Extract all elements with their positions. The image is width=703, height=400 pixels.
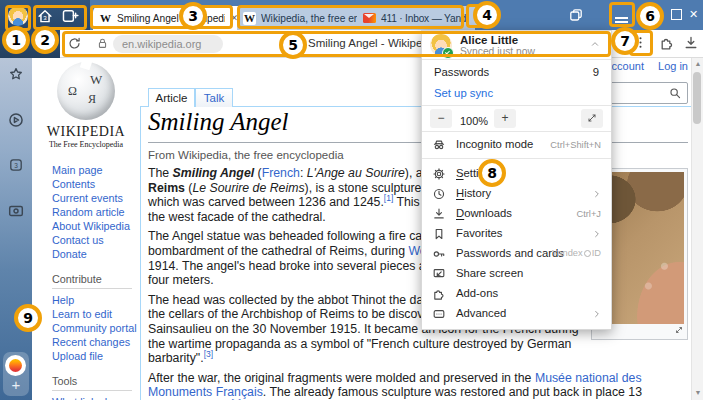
video-play-icon[interactable] (7, 111, 25, 129)
menu-item-advanced[interactable]: Advanced (422, 304, 611, 324)
tab-title: Wikipedia, the free encyclopedia (261, 13, 362, 24)
wiki-top-link[interactable]: Log in (658, 60, 688, 72)
sidebar-link[interactable]: Contents (52, 177, 138, 191)
enlarge-icon[interactable] (674, 325, 684, 335)
yandex-service-icon[interactable] (5, 355, 26, 376)
titlebar-divider (86, 9, 87, 22)
maximize-button[interactable] (671, 9, 682, 20)
profile-avatar[interactable] (8, 6, 28, 26)
wiki-link[interactable]: French (262, 166, 300, 180)
extensions-puzzle-icon[interactable] (659, 35, 675, 51)
annotation-badge-9: 9 (14, 304, 42, 332)
scroll-down-icon[interactable]: ▼ (693, 389, 703, 396)
passwords-label: Passwords (434, 62, 489, 82)
tab-groups-icon[interactable] (568, 7, 584, 23)
sidebar-link[interactable]: Community portal (52, 321, 138, 335)
yandex-id-logo: YandexID (552, 248, 601, 258)
tab-title: 411 · Inbox — Yandex Mail (381, 13, 469, 24)
menu-item-add-ons[interactable]: Add-ons (422, 284, 611, 304)
wikipedia-favicon-icon: W (243, 12, 256, 25)
toolbar-divider (652, 37, 653, 51)
add-service-button[interactable]: + (5, 376, 27, 394)
menu-item-incognito[interactable]: Incognito mode Ctrl+Shift+N (422, 135, 611, 155)
tabs-count-icon[interactable]: 3 (8, 157, 24, 173)
tab-yandex-mail[interactable]: 411 · Inbox — Yandex Mail (357, 6, 475, 30)
sidebar-link[interactable]: What links here (52, 395, 138, 400)
profile-row[interactable]: Alice Little Synced just now (422, 31, 611, 59)
scroll-up-icon[interactable]: ▲ (693, 60, 703, 67)
download-icon (432, 207, 446, 221)
sync-check-icon (442, 47, 454, 59)
chevron-up-icon[interactable] (589, 38, 601, 50)
screencast-icon[interactable] (7, 202, 25, 220)
article-title: Smiling Angel (148, 108, 289, 136)
browser-menu-button[interactable] (615, 17, 628, 19)
wikipedia-globe-logo[interactable]: WΩЯ (57, 62, 115, 120)
sidebar-link[interactable]: Random article (52, 205, 138, 219)
close-window-button[interactable]: ✕ (689, 8, 698, 21)
share-screen-icon (432, 267, 446, 281)
wikipedia-tagline: The Free Encyclopedia (32, 140, 140, 149)
key-icon (432, 247, 446, 261)
chevron-right-icon (591, 188, 603, 200)
tab-title: Smiling Angel - Wikipedia (117, 13, 225, 24)
gear-icon (432, 167, 446, 181)
reference-link[interactable]: [1] (384, 193, 393, 203)
menu-item-passwords-and-cards[interactable]: Passwords and cardsYandexID (422, 244, 611, 264)
setup-sync-link[interactable]: Set up sync (422, 83, 611, 103)
content-left-border (140, 106, 141, 400)
fullscreen-button[interactable] (581, 109, 603, 128)
reload-icon[interactable] (67, 36, 82, 51)
annotation-badge-4: 4 (473, 1, 501, 29)
profile-name: Alice Little (460, 34, 518, 46)
wikipedia-favicon-icon: W (99, 12, 112, 25)
wikipedia-wordmark[interactable]: WIKIPEDIA (32, 124, 140, 140)
menu-item-favorites[interactable]: Favorites (422, 224, 611, 244)
annotation-badge-5: 5 (279, 31, 307, 59)
wiki-sidebar-nav: Main pageContentsCurrent eventsRandom ar… (52, 163, 138, 400)
sidebar-link[interactable]: Upload file (52, 349, 138, 363)
sidebar-link[interactable]: Recent changes (52, 335, 138, 349)
annotation-badge-8: 8 (478, 159, 506, 187)
passwords-row[interactable]: Passwords 9 (422, 62, 611, 82)
favorites-star-icon[interactable] (8, 66, 24, 82)
sidebar-link[interactable]: Donate (52, 247, 138, 261)
sidebar-link[interactable]: Learn to edit (52, 307, 138, 321)
zoom-in-button[interactable]: + (494, 109, 516, 128)
tab-article[interactable]: Article (148, 88, 195, 107)
yandex-side-strip (0, 58, 32, 400)
tab-smiling-angel[interactable]: W Smiling Angel - Wikipedia ✕ (93, 6, 244, 30)
new-tab-panel-icon[interactable] (61, 7, 79, 25)
menu-item-share-screen[interactable]: Share screen (422, 264, 611, 284)
shortcut-label: Ctrl+J (576, 209, 601, 219)
annotation-badge-1: 1 (2, 26, 30, 54)
tab-talk[interactable]: Talk (195, 88, 233, 107)
sidebar-section-heading: Contribute (52, 272, 132, 289)
home-tableau-icon[interactable]: 3 (36, 7, 54, 25)
menu-item-label: Passwords and cards (456, 247, 564, 259)
article-subtitle: From Wikipedia, the free encyclopedia (148, 149, 344, 161)
menu-item-history[interactable]: History (422, 184, 611, 204)
search-icon[interactable] (668, 86, 682, 100)
lock-icon[interactable] (96, 37, 109, 50)
tab-wikipedia-main[interactable]: W Wikipedia, the free encyclopedia (237, 6, 369, 30)
sidebar-link[interactable]: Current events (52, 191, 138, 205)
menu-item-settings[interactable]: Settings (422, 164, 611, 184)
menu-item-label: Downloads (456, 207, 512, 219)
downloads-tray-icon[interactable] (683, 35, 699, 51)
sidebar-link[interactable]: Contact us (52, 233, 138, 247)
reference-link[interactable]: [3] (204, 349, 213, 359)
passwords-count: 9 (593, 62, 599, 82)
scrollbar-thumb[interactable] (693, 72, 701, 124)
zoom-out-button[interactable]: − (430, 109, 452, 128)
url-field[interactable]: en.wikipedia.org (113, 35, 223, 53)
menu-item-downloads[interactable]: DownloadsCtrl+J (422, 204, 611, 224)
yandex-mail-favicon-icon (363, 13, 376, 23)
sidebar-link[interactable]: Main page (52, 163, 138, 177)
menu-item-label: Advanced (456, 307, 506, 319)
menu-item-label: Favorites (456, 227, 502, 239)
sidebar-link[interactable]: About Wikipedia (52, 219, 138, 233)
chevron-right-icon (591, 308, 603, 320)
browser-dropdown-menu: Alice Little Synced just now Passwords 9… (421, 30, 612, 330)
sidebar-link[interactable]: Help (52, 293, 138, 307)
